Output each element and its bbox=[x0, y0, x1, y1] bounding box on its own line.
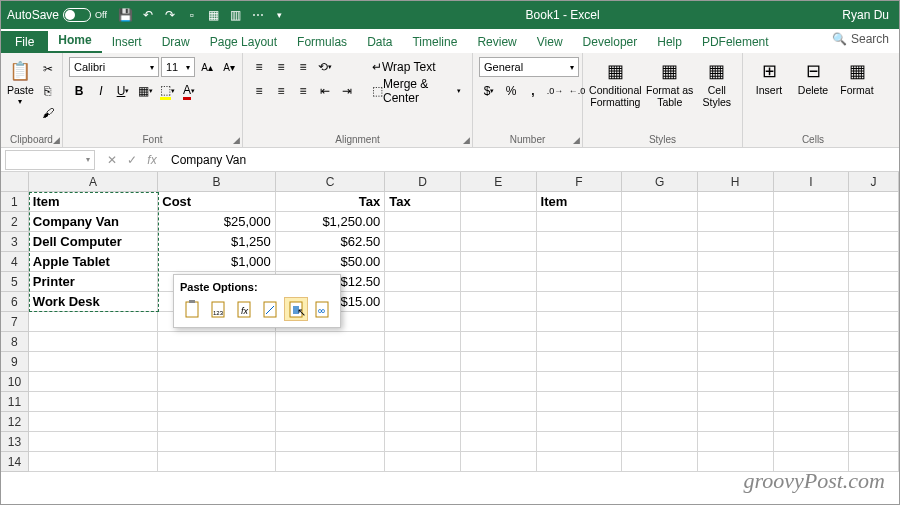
cell[interactable] bbox=[276, 372, 386, 392]
cell[interactable] bbox=[622, 332, 698, 352]
cell[interactable]: $1,250.00 bbox=[276, 212, 386, 232]
column-header[interactable]: H bbox=[698, 172, 774, 192]
cell[interactable]: Item bbox=[29, 192, 158, 212]
align-bottom-icon[interactable]: ≡ bbox=[293, 57, 313, 77]
row-header[interactable]: 3 bbox=[1, 232, 29, 252]
cell[interactable]: $50.00 bbox=[276, 252, 386, 272]
cell[interactable] bbox=[29, 432, 158, 452]
row-header[interactable]: 13 bbox=[1, 432, 29, 452]
cell[interactable] bbox=[29, 392, 158, 412]
cell[interactable]: Printer bbox=[29, 272, 158, 292]
paste-formulas-icon[interactable]: fx bbox=[232, 297, 256, 321]
cell[interactable]: $25,000 bbox=[158, 212, 275, 232]
decrease-indent-icon[interactable]: ⇤ bbox=[315, 81, 335, 101]
cell[interactable]: Cost bbox=[158, 192, 275, 212]
select-all-corner[interactable] bbox=[1, 172, 29, 192]
cell[interactable] bbox=[774, 392, 850, 412]
cell[interactable] bbox=[774, 212, 850, 232]
cell[interactable] bbox=[461, 412, 537, 432]
dialog-launcher-icon[interactable]: ◢ bbox=[53, 135, 60, 145]
row-header[interactable]: 11 bbox=[1, 392, 29, 412]
paste-all-icon[interactable] bbox=[180, 297, 204, 321]
cell[interactable] bbox=[849, 392, 899, 412]
cell[interactable] bbox=[849, 432, 899, 452]
cell[interactable] bbox=[29, 312, 158, 332]
cell[interactable] bbox=[774, 432, 850, 452]
qat-icon[interactable]: ⋯ bbox=[249, 6, 267, 24]
cell[interactable] bbox=[849, 352, 899, 372]
cell[interactable] bbox=[276, 452, 386, 472]
align-left-icon[interactable]: ≡ bbox=[249, 81, 269, 101]
cell[interactable] bbox=[461, 252, 537, 272]
italic-button[interactable]: I bbox=[91, 81, 111, 101]
cell[interactable] bbox=[276, 432, 386, 452]
cell[interactable] bbox=[461, 272, 537, 292]
cell[interactable] bbox=[698, 352, 774, 372]
cell[interactable] bbox=[537, 272, 623, 292]
cell[interactable] bbox=[774, 352, 850, 372]
cell[interactable] bbox=[158, 352, 275, 372]
cell[interactable] bbox=[276, 412, 386, 432]
cell[interactable] bbox=[622, 252, 698, 272]
row-header[interactable]: 9 bbox=[1, 352, 29, 372]
cell[interactable] bbox=[774, 252, 850, 272]
font-color-icon[interactable]: A▾ bbox=[179, 81, 199, 101]
cell[interactable] bbox=[849, 312, 899, 332]
cell[interactable] bbox=[698, 332, 774, 352]
cell[interactable] bbox=[622, 272, 698, 292]
cell[interactable] bbox=[461, 392, 537, 412]
cell[interactable] bbox=[461, 352, 537, 372]
cell[interactable] bbox=[158, 392, 275, 412]
delete-cells-button[interactable]: ⊟Delete bbox=[793, 57, 833, 97]
cell[interactable] bbox=[849, 412, 899, 432]
tab-data[interactable]: Data bbox=[357, 31, 402, 53]
cell[interactable] bbox=[158, 332, 275, 352]
format-as-table-button[interactable]: ▦ Format as Table bbox=[646, 57, 694, 108]
align-right-icon[interactable]: ≡ bbox=[293, 81, 313, 101]
row-header[interactable]: 12 bbox=[1, 412, 29, 432]
cell[interactable] bbox=[29, 332, 158, 352]
cell[interactable] bbox=[849, 252, 899, 272]
worksheet-grid[interactable]: ABCDEFGHIJ 1ItemCostTaxTaxItem2Company V… bbox=[1, 172, 899, 472]
cell[interactable]: Tax bbox=[385, 192, 461, 212]
cell[interactable] bbox=[461, 432, 537, 452]
cell[interactable] bbox=[774, 292, 850, 312]
cell[interactable] bbox=[622, 212, 698, 232]
cell[interactable] bbox=[622, 452, 698, 472]
cell[interactable] bbox=[698, 372, 774, 392]
qat-icon[interactable]: ▦ bbox=[205, 6, 223, 24]
cell[interactable] bbox=[537, 252, 623, 272]
cell[interactable] bbox=[774, 412, 850, 432]
cell[interactable]: Tax bbox=[276, 192, 386, 212]
cell[interactable] bbox=[537, 312, 623, 332]
cell[interactable] bbox=[461, 292, 537, 312]
column-header[interactable]: D bbox=[385, 172, 461, 192]
tab-file[interactable]: File bbox=[1, 31, 48, 53]
paste-formatting-icon[interactable]: ↖ bbox=[284, 297, 308, 321]
cell[interactable] bbox=[537, 432, 623, 452]
cell[interactable] bbox=[537, 412, 623, 432]
dialog-launcher-icon[interactable]: ◢ bbox=[573, 135, 580, 145]
cell[interactable] bbox=[622, 312, 698, 332]
percent-format-icon[interactable]: % bbox=[501, 81, 521, 101]
cell[interactable] bbox=[774, 312, 850, 332]
increase-decimal-icon[interactable]: .0→ bbox=[545, 81, 565, 101]
bold-button[interactable]: B bbox=[69, 81, 89, 101]
tab-developer[interactable]: Developer bbox=[573, 31, 648, 53]
tab-draw[interactable]: Draw bbox=[152, 31, 200, 53]
cell[interactable] bbox=[537, 212, 623, 232]
cell[interactable]: Apple Tablet bbox=[29, 252, 158, 272]
font-name-dropdown[interactable]: Calibri▾ bbox=[69, 57, 159, 77]
cell[interactable] bbox=[461, 312, 537, 332]
cell[interactable] bbox=[622, 372, 698, 392]
tab-pdfelement[interactable]: PDFelement bbox=[692, 31, 779, 53]
name-box[interactable]: ▾ bbox=[5, 150, 95, 170]
row-header[interactable]: 10 bbox=[1, 372, 29, 392]
cell[interactable] bbox=[276, 392, 386, 412]
tab-home[interactable]: Home bbox=[48, 29, 101, 53]
cell[interactable] bbox=[849, 192, 899, 212]
cell[interactable] bbox=[622, 292, 698, 312]
tab-review[interactable]: Review bbox=[467, 31, 526, 53]
cell[interactable] bbox=[849, 272, 899, 292]
cell[interactable] bbox=[276, 332, 386, 352]
